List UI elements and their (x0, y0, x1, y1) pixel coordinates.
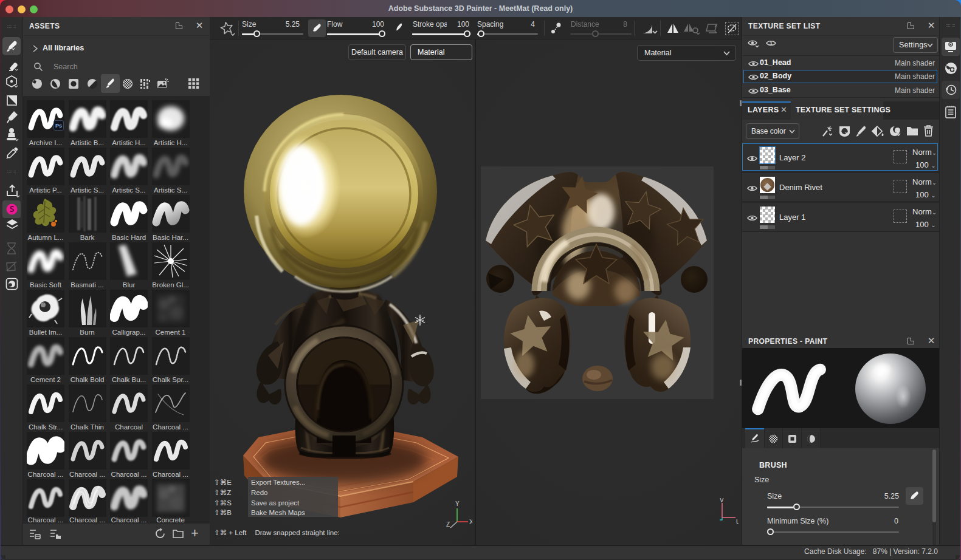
svg-text:Y: Y (455, 500, 460, 507)
svg-text:1: 1 (770, 40, 773, 46)
svg-text:V: V (720, 498, 724, 504)
svg-text:Z: Z (446, 521, 450, 528)
svg-text:X: X (469, 519, 472, 525)
svg-text:U: U (736, 519, 739, 525)
